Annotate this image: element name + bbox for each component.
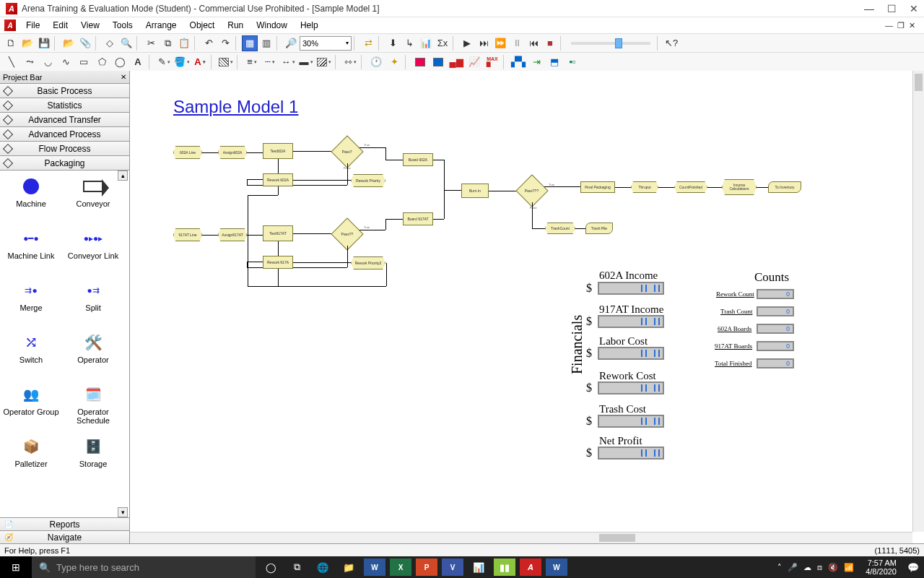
block-917at-line[interactable]: 917AT Line	[173, 228, 202, 241]
taskbar-clock[interactable]: 7:57 AM 4/8/2020	[860, 558, 902, 576]
module-button[interactable]: ◇	[102, 35, 118, 51]
module-conveyor-link[interactable]: ●▸●▸Conveyor Link	[62, 225, 124, 277]
module-operator-group[interactable]: 👥Operator Group	[0, 381, 62, 434]
anim-global-button[interactable]: ⬒	[546, 54, 563, 70]
block-assign917at[interactable]: Assign917AT	[218, 228, 247, 241]
taskbar-excel[interactable]: X	[390, 558, 411, 576]
go-button[interactable]: ▶	[459, 35, 475, 51]
notifications-button[interactable]: 💬	[902, 558, 924, 576]
module-palletizer[interactable]: 📦Palletizer	[0, 434, 62, 486]
module-switch[interactable]: ⤮Switch	[0, 329, 62, 381]
block-602a-line[interactable]: 602A Line	[173, 146, 202, 159]
anim-histogram-button[interactable]: ▄▆	[448, 54, 465, 70]
taskbar-word[interactable]: W	[364, 558, 385, 576]
pause-button[interactable]: ⏸	[509, 35, 525, 51]
tray-onedrive-icon[interactable]: ☁	[803, 563, 811, 572]
polygon-tool[interactable]: ⬠	[93, 54, 110, 70]
palette-scroll-up[interactable]: ▴	[118, 171, 128, 181]
panel-advanced-transfer[interactable]: Advanced Transfer	[0, 113, 129, 127]
taskbar-powerpoint[interactable]: P	[416, 558, 437, 576]
submodel-down-button[interactable]: ⬇	[385, 35, 401, 51]
tray-volume-icon[interactable]: 🔇	[828, 563, 838, 572]
app-menu-icon[interactable]: A	[4, 20, 16, 31]
hatch-button[interactable]	[315, 54, 333, 70]
taskbar-app[interactable]: ⧉	[286, 558, 308, 576]
task-view-button[interactable]: ◯	[260, 558, 282, 576]
taskbar-app2[interactable]: 📊	[468, 558, 489, 576]
menu-file[interactable]: File	[20, 19, 45, 32]
menu-tools[interactable]: Tools	[107, 19, 139, 32]
menu-arrange[interactable]: Arrange	[140, 19, 183, 32]
taskbar-visio[interactable]: V	[442, 558, 463, 576]
toggle-grid-button[interactable]: ▥	[258, 35, 274, 51]
tray-wifi-icon[interactable]: 📶	[844, 563, 854, 572]
taskbar-search[interactable]: 🔍 Type here to search	[32, 556, 256, 578]
taskbar-word2[interactable]: W	[546, 558, 567, 576]
save-button[interactable]: 💾	[36, 35, 52, 51]
horizontal-scrollbar[interactable]	[130, 532, 912, 543]
block-board602a[interactable]: Board 602A	[403, 153, 433, 166]
tray-mic-icon[interactable]: 🎤	[788, 563, 798, 572]
block-count-finished[interactable]: CountFinished	[674, 181, 707, 193]
block-trash-count[interactable]: TrashCount	[545, 223, 575, 234]
vertical-scrollbar[interactable]	[912, 71, 924, 532]
arrow-style-button[interactable]: ↔	[279, 54, 297, 70]
redo-button[interactable]: ↷	[217, 35, 233, 51]
submodel-in-button[interactable]: ↳	[401, 35, 417, 51]
undo-button[interactable]: ↶	[201, 35, 217, 51]
block-income-calc[interactable]: Income Calculations	[722, 179, 757, 195]
menu-object[interactable]: Object	[184, 19, 221, 32]
taskbar-app3[interactable]: ▮▮	[494, 558, 515, 576]
copy-button[interactable]: ⧉	[160, 35, 175, 51]
bezier-tool[interactable]: ∿	[57, 54, 74, 70]
taskbar-arena[interactable]: A	[520, 558, 541, 576]
block-final-packaging[interactable]: Final Packaging	[580, 181, 615, 193]
palette-scroll-down[interactable]: ▾	[118, 507, 128, 517]
module-machine-link[interactable]: ●━●Machine Link	[0, 225, 62, 277]
module-merge[interactable]: ⇉●Merge	[0, 277, 62, 329]
new-button[interactable]: 🗋	[3, 35, 19, 51]
menu-help[interactable]: Help	[295, 19, 324, 32]
block-test602a[interactable]: Test602A	[263, 143, 293, 159]
ellipse-tool[interactable]: ◯	[111, 54, 128, 70]
block-rework917a[interactable]: Rework 917A	[263, 256, 293, 269]
panel-statistics[interactable]: Statistics	[0, 98, 129, 113]
menu-window[interactable]: Window	[250, 19, 293, 32]
panel-navigate[interactable]: 🧭Navigate	[0, 530, 129, 543]
menu-run[interactable]: Run	[222, 19, 249, 32]
tray-chevron-icon[interactable]: ˄	[777, 563, 782, 572]
menu-edit[interactable]: Edit	[47, 19, 74, 32]
line-color-button[interactable]: ✎	[155, 54, 173, 70]
step-button[interactable]: ⏭	[476, 35, 492, 51]
panel-reports[interactable]: 📄Reports	[0, 517, 129, 530]
panel-advanced-process[interactable]: Advanced Process	[0, 127, 129, 142]
anim-station-button[interactable]: ▪▫	[564, 54, 581, 70]
anim-clock-button[interactable]: 🕐	[367, 54, 385, 70]
module-conveyor[interactable]: Conveyor	[62, 173, 124, 225]
block-rework602a[interactable]: Rework 602A	[263, 173, 293, 186]
line-style-button[interactable]: ┄	[261, 54, 279, 70]
anim-queue-button[interactable]: ▞▚	[510, 54, 527, 70]
taskbar-chrome[interactable]: 🌐	[312, 558, 334, 576]
polyline-tool[interactable]: ⤳	[21, 54, 38, 70]
fill-color-button[interactable]: 🪣	[173, 54, 191, 70]
block-burn-in[interactable]: Burn In	[461, 184, 489, 198]
anim-var-button[interactable]	[411, 54, 429, 70]
toggle-layers-button[interactable]: ▦	[242, 35, 258, 51]
system-tray[interactable]: ˄ 🎤 ☁ ⧈ 🔇 📶	[772, 563, 860, 572]
anim-resource-button[interactable]: ⇥	[528, 54, 545, 70]
preview-button[interactable]: 🔍	[118, 35, 134, 51]
connectors-button[interactable]: ⇄	[360, 35, 376, 51]
open-button[interactable]: 📂	[19, 35, 35, 51]
template-open-button[interactable]: 📂	[61, 35, 77, 51]
text-tool[interactable]: A	[129, 54, 147, 70]
text-color-button[interactable]: A	[191, 54, 209, 70]
anim-plot-button[interactable]: 📈	[466, 54, 483, 70]
panel-flow-process[interactable]: Flow Process	[0, 142, 129, 156]
line-width-button[interactable]: ≡	[243, 54, 261, 70]
model-canvas[interactable]: Sample Model 1 602A Line Assign602A Test…	[130, 71, 924, 543]
anim-level-button[interactable]	[430, 54, 447, 70]
template-attach-button[interactable]: 📎	[77, 35, 93, 51]
align-button[interactable]: ⇿	[341, 54, 359, 70]
stop-button[interactable]: ■	[542, 35, 558, 51]
